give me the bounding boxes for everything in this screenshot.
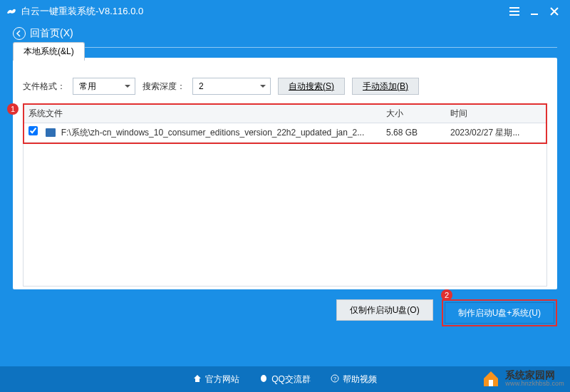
close-icon[interactable] [544,3,564,20]
auto-search-button[interactable]: 自动搜索(S) [278,78,345,95]
filter-row: 文件格式： 常用 搜索深度： 2 自动搜索(S) 手动添加(B) [23,78,547,95]
watermark-house-icon [481,369,501,388]
table-header: 系统文件 大小 时间 [24,105,546,123]
search-depth-select[interactable]: 2 [192,78,271,95]
table-body-empty [23,144,547,287]
footer-help-label: 帮助视频 [343,373,377,386]
file-format-select[interactable]: 常用 [73,78,135,95]
qq-icon [259,374,268,385]
back-button[interactable]: 回首页(X) [0,23,570,47]
hdr-size: 大小 [382,105,446,123]
disk-icon [46,128,56,137]
app-logo-icon [6,6,17,17]
make-usb-sys-highlight: 2 制作启动U盘+系统(U) [442,299,557,326]
footer-link-site[interactable]: 官方网站 [193,373,239,386]
back-label: 回首页(X) [30,27,73,40]
home-icon [193,374,202,385]
file-format-label: 文件格式： [23,81,66,93]
svg-rect-3 [489,380,493,386]
watermark: 系统家园网 www.hnzkhbsb.com [481,369,564,388]
svg-point-0 [261,375,266,382]
watermark-url: www.hnzkhbsb.com [505,381,564,387]
row-size: 5.68 GB [382,125,446,140]
annotation-badge-2: 2 [441,289,452,301]
minimize-icon[interactable] [524,3,544,20]
row-checkbox[interactable] [28,126,38,135]
table-row[interactable]: F:\系统\zh-cn_windows_10_consumer_editions… [24,123,546,143]
make-usb-system-button[interactable]: 制作启动U盘+系统(U) [445,302,554,324]
main-panel: 本地系统(&L) 文件格式： 常用 搜索深度： 2 自动搜索(S) 手动添加(B… [13,58,557,289]
manual-add-button[interactable]: 手动添加(B) [352,78,419,95]
hdr-file: 系统文件 [24,105,382,123]
back-arrow-icon [13,27,26,40]
svg-text:?: ? [333,376,337,382]
tab-local-system[interactable]: 本地系统(&L) [13,42,85,61]
titlebar: 白云一键重装系统-V8.116.0.0 [0,0,570,23]
help-icon: ? [331,374,339,385]
hdr-time: 时间 [446,105,546,123]
row-time: 2023/02/27 星期... [446,124,546,142]
divider [13,47,557,48]
row-path: F:\系统\zh-cn_windows_10_consumer_editions… [61,128,365,138]
annotation-badge-1: 1 [7,103,19,115]
watermark-text: 系统家园网 [505,370,564,381]
footer-link-help[interactable]: ? 帮助视频 [331,373,377,386]
footer-qq-label: QQ交流群 [271,373,311,386]
make-usb-only-button[interactable]: 仅制作启动U盘(O) [336,299,433,321]
action-row: 仅制作启动U盘(O) 2 制作启动U盘+系统(U) [0,289,570,326]
search-depth-label: 搜索深度： [142,81,185,93]
footer-link-qq[interactable]: QQ交流群 [259,373,311,386]
footer-site-label: 官方网站 [205,373,239,386]
menu-icon[interactable] [504,3,524,20]
file-table-highlight: 1 系统文件 大小 时间 F:\系统\zh-cn_windows_10_cons… [23,103,547,144]
app-title: 白云一键重装系统-V8.116.0.0 [21,5,143,18]
